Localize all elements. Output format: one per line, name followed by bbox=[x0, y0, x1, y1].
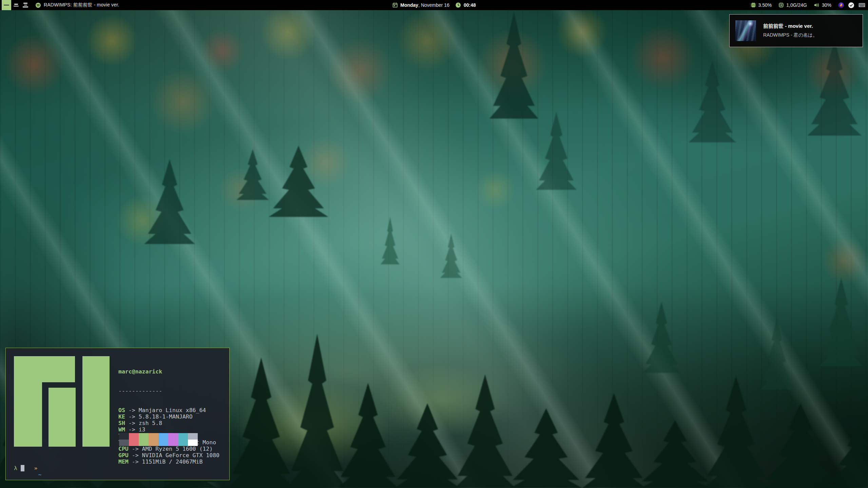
system-tray bbox=[838, 2, 865, 8]
workspace-button-3[interactable] bbox=[21, 0, 30, 10]
workspace-glyph-stroke bbox=[14, 4, 18, 5]
prompt-arrow: » bbox=[34, 465, 38, 471]
pine-tree-silhouette bbox=[269, 146, 328, 217]
workspace-switcher bbox=[2, 0, 30, 10]
workspace-glyph-stroke bbox=[14, 6, 19, 7]
color-swatch bbox=[149, 433, 158, 440]
color-swatch bbox=[119, 433, 129, 440]
pine-tree-silhouette bbox=[702, 376, 770, 488]
manjaro-logo-piece bbox=[49, 388, 76, 447]
pine-tree-silhouette bbox=[489, 12, 538, 119]
color-palette bbox=[119, 433, 198, 446]
color-swatch bbox=[129, 440, 139, 446]
fetch-row-cpu: CPU -> AMD Ryzen 5 1600 (12) bbox=[118, 446, 219, 452]
bar-right-section: CPU 3.50% bbox=[744, 2, 868, 8]
pine-tree-silhouette bbox=[236, 149, 269, 200]
workspace-glyph-stroke bbox=[23, 3, 27, 4]
pine-tree-silhouette bbox=[453, 374, 517, 488]
palette-row-bright bbox=[119, 440, 198, 446]
svg-text:CPU: CPU bbox=[752, 4, 755, 6]
color-swatch bbox=[188, 433, 198, 440]
now-playing-title[interactable]: RADWIMPS: 前前前世 - movie ver. bbox=[44, 2, 119, 8]
cpu-usage-value: 3.50% bbox=[758, 2, 772, 8]
prompt-path: ~ bbox=[38, 471, 42, 478]
cpu-module: CPU 3.50% bbox=[751, 2, 772, 8]
pine-tree-silhouette bbox=[336, 383, 400, 488]
color-swatch bbox=[178, 433, 188, 440]
pine-tree-silhouette bbox=[287, 334, 348, 488]
workspace-button-1[interactable] bbox=[2, 0, 11, 10]
check-circle-icon[interactable] bbox=[848, 2, 854, 8]
color-swatch bbox=[119, 440, 129, 446]
workspace-button-2[interactable] bbox=[11, 0, 21, 10]
fetch-row-os: OS -> Manjaro Linux x86_64 bbox=[118, 407, 219, 413]
top-bar: RADWIMPS: 前前前世 - movie ver. Monday, Nove… bbox=[0, 0, 868, 10]
pine-tree-silhouette bbox=[689, 61, 736, 142]
fetch-row-wm: WM -> i3 bbox=[118, 426, 219, 433]
terminal-cursor[interactable] bbox=[21, 465, 24, 471]
date-rest: , November 16 bbox=[418, 2, 449, 8]
user-host-line: marc@nazarick bbox=[118, 368, 219, 375]
memory-usage-value: 1,0G/24G bbox=[786, 2, 807, 8]
pine-tree-silhouette bbox=[580, 393, 648, 488]
pine-tree-silhouette bbox=[807, 41, 862, 136]
fetch-row-mem: MEM -> 1151MiB / 24067MiB bbox=[118, 459, 219, 465]
memory-module: 1,0G/24G bbox=[778, 2, 807, 8]
date-day: Monday bbox=[400, 2, 418, 8]
color-swatch bbox=[188, 440, 198, 446]
pine-tree-silhouette bbox=[381, 217, 400, 264]
pine-tree-silhouette bbox=[440, 234, 462, 278]
firefox-nightly-icon[interactable] bbox=[838, 2, 844, 8]
color-swatch bbox=[139, 433, 149, 440]
fetch-row-sh: SH -> zsh 5.8 bbox=[118, 420, 219, 426]
prompt-line-2: λ bbox=[14, 465, 24, 471]
workspace-glyph-stroke bbox=[23, 6, 28, 7]
volume-module: 30% bbox=[814, 2, 831, 8]
color-swatch bbox=[168, 440, 178, 446]
terminal-window[interactable]: marc@nazarick ------------- OS -> Manjar… bbox=[5, 348, 230, 480]
pine-tree-silhouette bbox=[227, 358, 295, 488]
palette-row-normal bbox=[119, 433, 198, 440]
pine-tree-silhouette bbox=[760, 319, 794, 390]
color-swatch bbox=[129, 433, 139, 440]
pine-tree-silhouette bbox=[636, 420, 714, 488]
separator-line: ------------- bbox=[118, 388, 219, 394]
manjaro-logo bbox=[14, 356, 110, 447]
pine-tree-silhouette bbox=[761, 403, 840, 488]
fetch-row-gpu: GPU -> NVIDIA GeForce GTX 1080 bbox=[118, 452, 219, 459]
color-swatch bbox=[158, 440, 168, 446]
clock-icon bbox=[456, 2, 461, 8]
cpu-icon: CPU bbox=[751, 2, 756, 8]
spotify-module[interactable]: RADWIMPS: 前前前世 - movie ver. bbox=[36, 2, 119, 8]
spotify-icon bbox=[36, 3, 41, 8]
pine-tree-silhouette bbox=[392, 403, 463, 488]
manjaro-logo-piece bbox=[14, 356, 42, 447]
pine-tree-silhouette bbox=[643, 302, 680, 373]
pine-tree-silhouette bbox=[536, 112, 577, 190]
color-swatch bbox=[149, 440, 158, 446]
prompt-lambda: λ bbox=[14, 465, 17, 471]
manjaro-logo-piece bbox=[82, 356, 110, 447]
volume-icon bbox=[814, 2, 819, 8]
calendar-icon bbox=[392, 2, 398, 8]
workspace-glyph-stroke bbox=[24, 5, 27, 6]
notification-subtitle: RADWIMPS - 君の名は。 bbox=[763, 32, 817, 38]
pine-tree-silhouette bbox=[819, 278, 863, 366]
keyboard-icon[interactable] bbox=[859, 3, 865, 7]
color-swatch bbox=[139, 440, 149, 446]
notification-title: 前前前世 - movie ver. bbox=[763, 23, 817, 29]
neofetch-output: marc@nazarick ------------- OS -> Manjar… bbox=[118, 355, 219, 478]
color-swatch bbox=[158, 433, 168, 440]
pine-tree-silhouette bbox=[507, 408, 585, 488]
workspace-glyph-stroke bbox=[4, 5, 9, 6]
album-art bbox=[735, 20, 756, 41]
pine-tree-silhouette bbox=[144, 159, 195, 244]
fetch-row-ke: KE -> 5.8.18-1-MANJARO bbox=[118, 413, 219, 420]
volume-value: 30% bbox=[822, 2, 831, 8]
color-swatch bbox=[178, 440, 188, 446]
memory-chip-icon bbox=[778, 2, 784, 8]
time-label: 00:48 bbox=[464, 2, 476, 8]
notification-text: 前前前世 - movie ver. RADWIMPS - 君の名は。 bbox=[763, 20, 817, 41]
notification-popup[interactable]: 前前前世 - movie ver. RADWIMPS - 君の名は。 bbox=[729, 14, 863, 47]
prompt-line-1: » ~ bbox=[14, 459, 42, 484]
